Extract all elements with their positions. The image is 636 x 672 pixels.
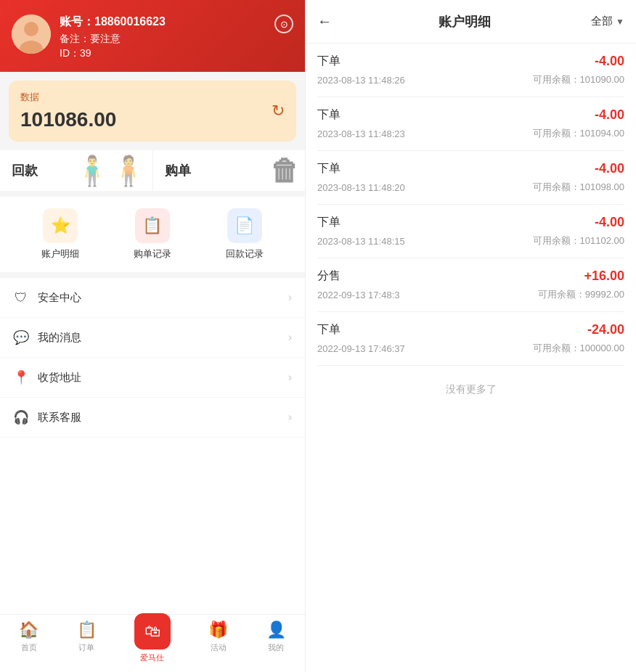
account-remark: 备注：要注意 <box>60 33 293 46</box>
right-panel: ← 账户明细 全部 ▼ 下单 -4.00 2023-08-13 11:48:26… <box>305 0 636 672</box>
purchase-button[interactable]: 购单 🗑 <box>153 150 306 191</box>
header-background: 账号：18860016623 备注：要注意 ID：39 ⊙ <box>0 0 305 72</box>
transaction-balance: 可用余额：101090.00 <box>533 73 624 86</box>
refund-illustration: 🧍‍♂️🧍 <box>74 154 147 188</box>
merchant-center-button[interactable]: 🛍 <box>134 613 171 650</box>
transaction-balance: 可用余额：101098.00 <box>533 181 624 194</box>
transaction-amount: -4.00 <box>595 107 624 123</box>
shield-icon: 🛡 <box>13 290 29 306</box>
account-id: ID：39 <box>60 47 293 60</box>
transaction-type: 下单 <box>317 161 341 176</box>
refund-label: 回款 <box>12 162 38 179</box>
refund-record-label: 回款记录 <box>226 247 264 261</box>
transaction-amount: -24.00 <box>587 322 624 337</box>
menu-item-support[interactable]: 🎧 联系客服 › <box>0 398 305 438</box>
refund-record-icon: 📄 <box>227 208 262 243</box>
orders-icon: 📋 <box>77 620 97 639</box>
transaction-balance: 可用余额：101102.00 <box>533 234 624 247</box>
transaction-type: 下单 <box>317 107 341 123</box>
quick-icon-orders[interactable]: 📋 购单记录 <box>134 208 171 261</box>
transaction-type: 下单 <box>317 215 341 230</box>
messages-label: 我的消息 <box>38 331 280 345</box>
nav-home[interactable]: 🏠 首页 <box>12 620 46 663</box>
transaction-type: 下单 <box>317 322 341 337</box>
menu-item-address[interactable]: 📍 收货地址 › <box>0 358 305 398</box>
mine-label: 我的 <box>268 642 284 653</box>
activity-icon: 🎁 <box>208 620 228 639</box>
transaction-time: 2022-09-13 17:48:3 <box>317 290 399 300</box>
filter-label: 全部 <box>591 15 613 28</box>
account-info: 账号：18860016623 备注：要注意 ID：39 <box>60 15 293 60</box>
data-value: 101086.00 <box>20 108 116 131</box>
transaction-type: 下单 <box>317 54 341 69</box>
transaction-time: 2023-08-13 11:48:20 <box>317 182 405 193</box>
location-icon[interactable]: ⊙ <box>274 15 293 33</box>
quick-icon-account[interactable]: ⭐ 账户明细 <box>41 208 79 261</box>
nav-mine[interactable]: 👤 我的 <box>259 620 293 663</box>
arrow-icon: › <box>288 331 292 344</box>
transaction-balance: 可用余额：101094.00 <box>533 127 624 140</box>
transaction-balance: 可用余额：100000.00 <box>533 342 624 355</box>
menu-item-security[interactable]: 🛡 安全中心 › <box>0 278 305 318</box>
transaction-item-4: 下单 -4.00 2023-08-13 11:48:15 可用余额：101102… <box>317 205 624 258</box>
data-label: 数据 <box>20 91 116 104</box>
left-panel: 账号：18860016623 备注：要注意 ID：39 ⊙ 数据 101086.… <box>0 0 305 672</box>
data-card: 数据 101086.00 ↻ <box>9 81 296 142</box>
transaction-amount: -4.00 <box>595 54 624 69</box>
message-icon: 💬 <box>13 329 29 345</box>
arrow-icon: › <box>288 291 292 304</box>
account-detail-label: 账户明细 <box>41 247 79 261</box>
transaction-item-2: 下单 -4.00 2023-08-13 11:48:23 可用余额：101094… <box>317 97 624 151</box>
transaction-time: 2023-08-13 11:48:15 <box>317 236 405 247</box>
right-header: ← 账户明细 全部 ▼ <box>306 0 636 44</box>
security-label: 安全中心 <box>38 291 280 305</box>
home-label: 首页 <box>21 642 37 653</box>
arrow-icon: › <box>288 371 292 384</box>
order-record-icon: 📋 <box>135 208 170 243</box>
headset-icon: 🎧 <box>13 409 29 425</box>
quick-icons: ⭐ 账户明细 📋 购单记录 📄 回款记录 <box>0 197 305 272</box>
no-more-indicator: 没有更多了 <box>317 366 624 414</box>
transaction-type: 分售 <box>317 269 341 284</box>
filter-button[interactable]: 全部 ▼ <box>591 15 624 28</box>
account-row: 账号：18860016623 备注：要注意 ID：39 <box>12 15 293 60</box>
home-icon: 🏠 <box>19 620 38 639</box>
svg-point-1 <box>24 22 38 36</box>
address-label: 收货地址 <box>38 371 280 385</box>
refund-button[interactable]: 回款 🧍‍♂️🧍 <box>0 150 153 191</box>
menu-item-messages[interactable]: 💬 我的消息 › <box>0 318 305 358</box>
page-title: 账户明细 <box>338 13 591 30</box>
action-row: 回款 🧍‍♂️🧍 购单 🗑 <box>0 150 305 191</box>
mine-icon: 👤 <box>266 620 286 639</box>
transaction-amount: -4.00 <box>595 161 624 176</box>
arrow-icon: › <box>288 411 292 424</box>
nav-merchant[interactable]: 🛍 爱马仕 <box>127 620 178 663</box>
back-button[interactable]: ← <box>317 10 338 33</box>
transaction-item-3: 下单 -4.00 2023-08-13 11:48:20 可用余额：101098… <box>317 151 624 205</box>
purchase-label: 购单 <box>165 162 191 179</box>
support-label: 联系客服 <box>38 411 280 425</box>
chevron-down-icon: ▼ <box>616 17 624 27</box>
transaction-time: 2023-08-13 11:48:23 <box>317 128 405 139</box>
avatar <box>12 15 51 54</box>
bottom-nav: 🏠 首页 📋 订单 🛍 爱马仕 🎁 活动 👤 我的 <box>0 614 305 672</box>
purchase-illustration: 🗑 <box>270 155 299 187</box>
account-number: 账号：18860016623 <box>60 15 293 30</box>
activity-label: 活动 <box>211 642 227 653</box>
transaction-item-6: 下单 -24.00 2022-09-13 17:46:37 可用余额：10000… <box>317 312 624 366</box>
nav-orders[interactable]: 📋 订单 <box>70 620 104 663</box>
transaction-item-1: 下单 -4.00 2023-08-13 11:48:26 可用余额：101090… <box>317 44 624 97</box>
account-detail-icon: ⭐ <box>43 208 78 243</box>
transaction-time: 2022-09-13 17:46:37 <box>317 343 405 354</box>
refresh-icon[interactable]: ↻ <box>272 102 285 120</box>
nav-activity[interactable]: 🎁 活动 <box>201 620 235 663</box>
transaction-balance: 可用余额：99992.00 <box>538 288 624 301</box>
quick-icon-refunds[interactable]: 📄 回款记录 <box>226 208 264 261</box>
orders-label: 订单 <box>78 642 94 653</box>
transactions-list: 下单 -4.00 2023-08-13 11:48:26 可用余额：101090… <box>306 44 636 672</box>
transaction-amount: +16.00 <box>584 269 624 284</box>
merchant-label: 爱马仕 <box>140 652 164 663</box>
order-record-label: 购单记录 <box>134 247 171 261</box>
transaction-item-5: 分售 +16.00 2022-09-13 17:48:3 可用余额：99992.… <box>317 258 624 312</box>
location-pin-icon: 📍 <box>13 369 29 385</box>
